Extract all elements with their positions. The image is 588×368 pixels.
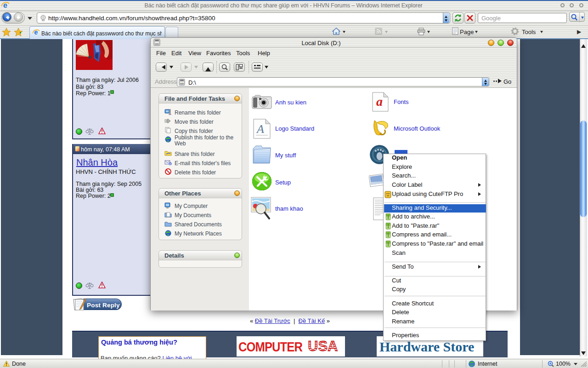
svg-text:USA: USA xyxy=(308,338,338,354)
svg-text:A: A xyxy=(256,122,264,136)
svg-text:@: @ xyxy=(169,162,171,165)
svg-text:a: a xyxy=(376,94,383,109)
